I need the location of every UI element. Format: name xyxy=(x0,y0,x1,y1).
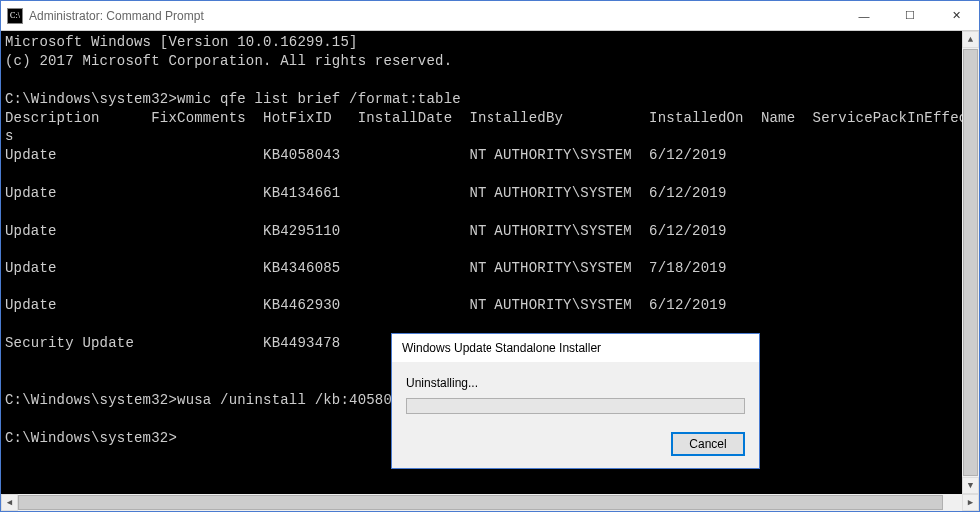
dialog-title[interactable]: Windows Update Standalone Installer xyxy=(392,334,759,362)
horizontal-scroll-thumb[interactable] xyxy=(18,495,943,510)
dialog-status-text: Uninstalling... xyxy=(406,376,745,390)
cmd-icon: C:\ xyxy=(7,8,23,24)
window-controls: — ☐ ✕ xyxy=(841,1,979,30)
cancel-button[interactable]: Cancel xyxy=(671,432,745,456)
window-title: Administrator: Command Prompt xyxy=(29,9,841,23)
vertical-scroll-thumb[interactable] xyxy=(963,49,978,476)
scroll-up-icon[interactable]: ▲ xyxy=(962,31,979,48)
wusa-dialog: Windows Update Standalone Installer Unin… xyxy=(391,333,760,469)
horizontal-scrollbar[interactable]: ◀ ▶ xyxy=(1,494,979,511)
scroll-left-icon[interactable]: ◀ xyxy=(1,494,18,511)
dialog-button-row: Cancel xyxy=(406,414,745,456)
minimize-button[interactable]: — xyxy=(841,1,887,30)
vertical-scrollbar[interactable]: ▲ ▼ xyxy=(962,31,979,494)
maximize-button[interactable]: ☐ xyxy=(887,1,933,30)
close-button[interactable]: ✕ xyxy=(933,1,979,30)
progress-bar xyxy=(406,398,745,414)
horizontal-scroll-track[interactable] xyxy=(18,494,962,511)
titlebar[interactable]: C:\ Administrator: Command Prompt — ☐ ✕ xyxy=(1,1,979,31)
scroll-down-icon[interactable]: ▼ xyxy=(962,477,979,494)
scroll-right-icon[interactable]: ▶ xyxy=(962,494,979,511)
dialog-body: Uninstalling... Cancel xyxy=(392,362,759,468)
